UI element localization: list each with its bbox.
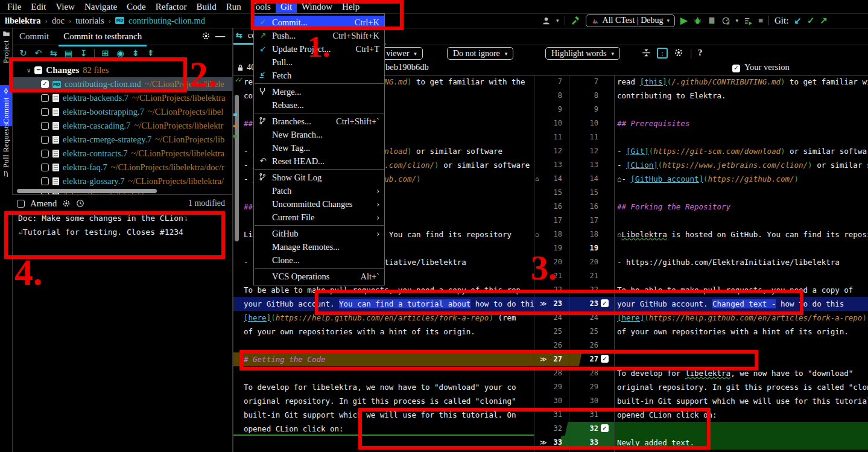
collapse-all-icon[interactable]: ⇞ — [143, 48, 158, 59]
coverage-button[interactable] — [708, 16, 716, 25]
preview-diff-icon[interactable]: ◉ — [113, 48, 128, 59]
file-checkbox[interactable] — [41, 122, 49, 130]
get-from-vcs-icon[interactable]: ↧ — [76, 48, 91, 59]
collapse-unchanged-icon[interactable] — [641, 48, 651, 58]
user-icon[interactable] — [542, 16, 551, 25]
git-menu-item-reset-head[interactable]: ↶Reset HEAD... — [254, 154, 384, 168]
menu-view[interactable]: View — [51, 1, 80, 13]
git-menu-item-rebase[interactable]: Rebase... — [254, 98, 384, 112]
chevron-down-icon[interactable]: ∨ — [27, 67, 31, 74]
run-configuration-select[interactable]: All CTest | Debug ▾ — [586, 14, 676, 27]
include-change-checkbox[interactable]: ✓ — [601, 299, 609, 307]
debug-button[interactable] — [693, 16, 702, 25]
gear-icon[interactable] — [62, 199, 71, 208]
git-update-button[interactable]: ↙ — [794, 15, 802, 26]
menu-navigate[interactable]: Navigate — [80, 1, 122, 13]
build-hammer-icon[interactable] — [571, 16, 580, 25]
breadcrumb-item[interactable]: libelektra — [5, 16, 41, 26]
breadcrumb-item[interactable]: tutorials — [75, 16, 104, 26]
file-row[interactable]: elektra-bootstrapping.7~/CLionProjects/l… — [12, 105, 232, 119]
changelist-icon[interactable]: ▤ — [61, 48, 76, 59]
git-menu-item-uncommitted-changes[interactable]: Uncommitted Changes› — [254, 197, 384, 211]
horizontal-scrollbar[interactable] — [17, 189, 157, 193]
git-menu-item-show-git-log[interactable]: Show Git Log — [254, 171, 384, 184]
file-row[interactable]: elektra-cmerge-strategy.7~/CLionProjects… — [12, 133, 232, 147]
menu-file[interactable]: File — [2, 1, 26, 13]
git-menu-item-github[interactable]: GitHub› — [254, 227, 384, 240]
git-menu-item-manage-remotes[interactable]: Manage Remotes... — [254, 240, 384, 253]
sync-scroll-icon[interactable]: ↕ — [657, 48, 668, 59]
file-row[interactable]: elektra-cascading.7~/CLionProjects/libel… — [12, 119, 232, 133]
file-row[interactable]: ✓MDcontributing-clion.md~/CLionProjects/… — [12, 77, 232, 91]
run-with-options-button[interactable] — [744, 16, 753, 25]
refresh-icon[interactable]: ↻ — [16, 48, 31, 59]
menu-run[interactable]: Run — [221, 1, 246, 13]
git-menu-item-merge[interactable]: Merge... — [254, 85, 384, 98]
menu-tools[interactable]: Tools — [246, 1, 276, 13]
group-by-icon[interactable]: ⊞ — [98, 48, 113, 59]
git-menu-item-fetch[interactable]: Fetch — [254, 69, 384, 82]
file-row[interactable]: elektra-glossary.7~/CLionProjects/libele… — [12, 174, 232, 188]
tab-commit[interactable]: Commit — [19, 31, 49, 42]
menu-code[interactable]: Code — [122, 1, 151, 13]
breadcrumb-item[interactable]: doc — [52, 16, 65, 26]
file-row[interactable]: elektra-contracts.7~/CLionProjects/libel… — [12, 147, 232, 161]
include-change-checkbox[interactable]: ✓ — [601, 355, 609, 363]
chevron-down-icon[interactable]: ▾ — [556, 18, 559, 24]
help-icon[interactable]: ? — [698, 48, 703, 58]
menu-help[interactable]: Help — [337, 1, 364, 13]
chevron-down-icon[interactable]: ▾ — [736, 18, 739, 24]
breadcrumb-file[interactable]: contributing-clion.md — [128, 16, 205, 26]
git-menu-item-push[interactable]: ↗Push...Ctrl+Shift+K — [254, 29, 384, 42]
menu-edit[interactable]: Edit — [26, 1, 51, 13]
commit-message-editor[interactable]: Doc: Make some changes in the CLion↴ ↲Tu… — [12, 211, 232, 291]
file-row[interactable]: elektra-backends.7~/CLionProjects/libele… — [12, 91, 232, 105]
amend-checkbox[interactable] — [17, 200, 25, 208]
file-checkbox[interactable] — [41, 108, 49, 116]
git-menu-item-update-project[interactable]: ↙Update Project...Ctrl+T — [254, 42, 384, 56]
sidebar-item-commit[interactable]: Commit — [0, 85, 12, 126]
changes-node[interactable]: ∨ − Changes 82 files — [12, 63, 232, 77]
git-push-button[interactable]: ↗ — [820, 15, 828, 26]
file-checkbox[interactable] — [41, 177, 49, 185]
expand-all-icon[interactable]: ⇟ — [128, 48, 143, 59]
file-checkbox[interactable] — [41, 136, 49, 144]
your-version-checkbox[interactable]: ✓ — [732, 65, 740, 72]
run-button[interactable]: ▶ — [680, 15, 688, 26]
git-menu-item-new-tag[interactable]: New Tag... — [254, 141, 384, 154]
git-menu-item-branches[interactable]: Branches...Ctrl+Shift+` — [254, 115, 384, 128]
shelve-icon[interactable]: ⇆ — [46, 48, 61, 59]
gear-icon[interactable] — [201, 31, 211, 40]
file-checkbox[interactable] — [41, 150, 49, 158]
git-menu-item-current-file[interactable]: Current File› — [254, 211, 384, 224]
tab-commit-to-testbranch[interactable]: Commit to testbranch — [63, 31, 142, 42]
file-checkbox[interactable] — [41, 94, 49, 102]
profiler-button[interactable] — [721, 16, 730, 25]
file-checkbox[interactable]: ✓ — [41, 80, 49, 88]
diff-right-editor[interactable]: read [this](/.github/CONTRIBUTING.md) to… — [615, 75, 868, 452]
git-menu-item-vcs-operations[interactable]: VCS OperationsAlt+` — [254, 270, 384, 283]
rollback-icon[interactable]: ↶ — [31, 48, 46, 59]
history-icon[interactable] — [76, 199, 84, 208]
git-menu-item-new-branch[interactable]: New Branch... — [254, 128, 384, 141]
changes-checkbox[interactable]: − — [34, 66, 42, 74]
menu-build[interactable]: Build — [191, 1, 221, 13]
git-menu-item-clone[interactable]: Clone... — [254, 253, 384, 267]
include-change-checkbox[interactable]: ✓ — [601, 424, 609, 432]
file-checkbox[interactable] — [41, 164, 49, 171]
sidebar-item-project[interactable]: Project — [0, 30, 12, 63]
hide-icon[interactable]: — — [215, 31, 225, 42]
git-menu-item-pull[interactable]: Pull... — [254, 56, 384, 69]
whitespace-select[interactable]: Do not ignore▾ — [447, 47, 513, 60]
stop-button[interactable]: ■ — [758, 16, 763, 25]
git-menu-item-commit[interactable]: ✓Commit...Ctrl+K — [254, 16, 384, 29]
vertical-scrollbar[interactable] — [235, 95, 239, 241]
menu-window[interactable]: Window — [297, 1, 337, 13]
file-row[interactable]: elektra-faq.7~/CLionProjects/libelektra/… — [12, 161, 232, 174]
menu-git[interactable]: Git — [276, 1, 297, 13]
highlight-mode-select[interactable]: Highlight words▾ — [545, 47, 620, 60]
git-commit-button[interactable]: ✓ — [807, 15, 815, 26]
sidebar-item-pull-requests[interactable]: Pull Requests — [0, 123, 12, 177]
gear-icon[interactable] — [674, 48, 683, 57]
git-menu-item-patch[interactable]: Patch› — [254, 184, 384, 197]
